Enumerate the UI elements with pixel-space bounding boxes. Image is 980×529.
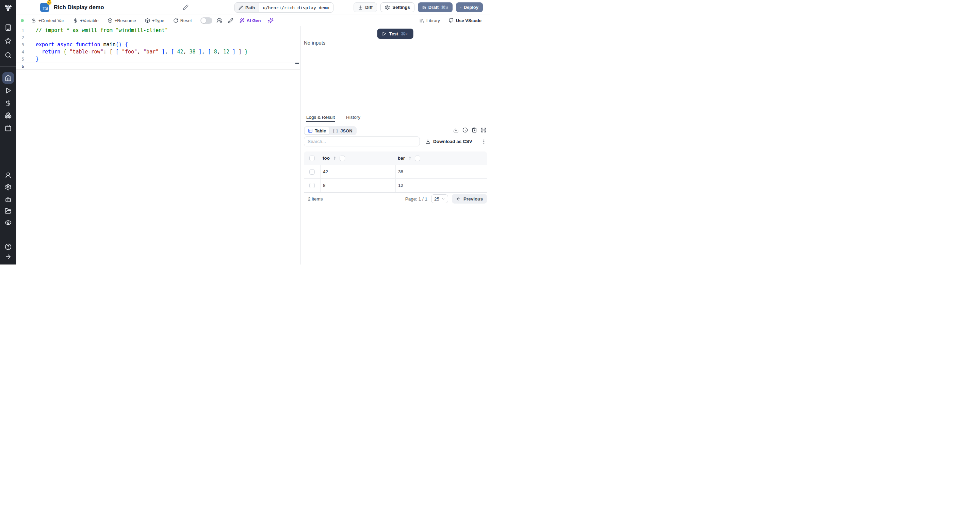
search-input[interactable] — [304, 137, 420, 147]
library-button[interactable]: Library — [419, 18, 440, 23]
save-icon — [422, 5, 426, 10]
building-icon[interactable] — [5, 24, 11, 31]
code-line[interactable]: 4 return { "table-row": [ [ "foo", "bar"… — [16, 48, 300, 56]
code-text: return { "table-row": [ [ "foo", "bar" ]… — [36, 48, 248, 56]
column-header-bar[interactable]: bar — [395, 156, 487, 161]
diff-button[interactable]: Diff — [353, 2, 377, 12]
gear-icon — [385, 5, 390, 10]
dollar-icon — [73, 18, 78, 23]
table-controls: Download as CSV — [304, 137, 487, 147]
sort-icon[interactable] — [408, 156, 412, 160]
library-icon — [419, 18, 424, 23]
format-code-icon[interactable] — [228, 18, 234, 24]
cell-value: 38 — [398, 169, 403, 174]
schedules-icon[interactable] — [5, 124, 11, 131]
view-table-button[interactable]: Table — [305, 127, 329, 134]
row-checkbox[interactable] — [309, 169, 315, 175]
table-row[interactable]: 4238 — [304, 165, 487, 179]
robot-icon[interactable] — [5, 196, 11, 203]
collapse-sidebar-icon[interactable] — [5, 253, 11, 260]
download-icon — [425, 139, 430, 144]
add-resource-button[interactable]: +Resource — [108, 18, 136, 23]
user-icon[interactable] — [5, 172, 11, 179]
add-context-var-button[interactable]: +Context Var — [31, 18, 64, 23]
edit-summary-icon[interactable] — [183, 5, 189, 10]
code-line[interactable]: 5} — [16, 56, 300, 63]
draft-button[interactable]: Draft ⌘S — [418, 2, 453, 12]
view-json-button[interactable]: { } JSON — [329, 127, 356, 134]
variables-icon[interactable] — [5, 100, 11, 107]
view-table-label: Table — [315, 128, 326, 134]
deploy-button[interactable]: Deploy — [456, 2, 483, 12]
line-number: 3 — [16, 42, 36, 47]
reset-button[interactable]: Reset — [173, 18, 192, 23]
line-number: 6 — [16, 64, 36, 69]
line-number: 5 — [16, 56, 36, 62]
code-line[interactable]: 3export async function main() { — [16, 41, 300, 48]
download-icon[interactable] — [453, 127, 459, 133]
use-vscode-button[interactable]: Use VScode — [449, 18, 482, 23]
previous-page-button[interactable]: Previous — [452, 194, 487, 204]
tab-logs-result[interactable]: Logs & Result — [306, 113, 335, 122]
info-icon[interactable] — [463, 127, 468, 133]
pencil-icon — [239, 5, 243, 10]
code-text: } — [36, 56, 39, 63]
cell-value: 12 — [398, 183, 403, 188]
column-header-foo[interactable]: foo — [320, 156, 395, 161]
search-icon[interactable] — [5, 52, 11, 59]
row-checkbox[interactable] — [309, 183, 315, 188]
download-csv-button[interactable]: Download as CSV — [425, 139, 472, 144]
play-icon — [382, 31, 386, 36]
test-button[interactable]: Test ⌘↵ — [377, 29, 414, 39]
add-context-var-label: +Context Var — [38, 18, 64, 23]
help-icon[interactable] — [5, 244, 11, 250]
add-type-button[interactable]: +Type — [145, 18, 164, 23]
path-button[interactable]: Path u/henri/rich_display_demo — [234, 2, 334, 13]
settings-button[interactable]: Settings — [380, 2, 414, 12]
resources-icon[interactable] — [5, 112, 11, 119]
result-tabs: Logs & Result History — [301, 113, 490, 122]
eye-icon[interactable] — [5, 219, 11, 226]
sparkles-icon[interactable] — [268, 18, 274, 24]
expand-icon[interactable] — [481, 127, 486, 133]
view-toggle: Table { } JSON — [304, 126, 356, 135]
code-line[interactable]: 6 — [16, 63, 300, 70]
package-icon — [145, 18, 150, 23]
collaborators-icon[interactable] — [216, 18, 222, 24]
tab-history[interactable]: History — [346, 113, 360, 122]
header: TS 👶 Rich Display demo Path u/henri/rich… — [16, 0, 490, 15]
line-number: 1 — [16, 28, 36, 33]
sidebar-divider — [0, 15, 16, 15]
select-all-checkbox[interactable] — [309, 156, 315, 161]
line-number: 2 — [16, 35, 36, 40]
assistant-toggle[interactable] — [200, 18, 212, 24]
sort-icon[interactable] — [332, 156, 337, 160]
code-line[interactable]: 1// import * as wmill from "windmill-cli… — [16, 27, 300, 34]
braces-icon: { } — [333, 128, 338, 133]
star-icon[interactable] — [5, 37, 11, 44]
table-row[interactable]: 812 — [304, 179, 487, 192]
page-indicator: Page: 1 / 1 — [405, 196, 427, 202]
page-title: Rich Display demo — [54, 4, 104, 11]
code-editor[interactable]: 1// import * as wmill from "windmill-cli… — [16, 26, 300, 264]
folder-icon[interactable] — [5, 208, 11, 215]
runs-icon[interactable] — [5, 87, 11, 94]
table-icon — [308, 128, 313, 133]
download-csv-label: Download as CSV — [433, 139, 472, 144]
github-icon — [449, 18, 454, 23]
column-label: bar — [398, 156, 405, 161]
gear-icon[interactable] — [5, 184, 11, 191]
column-filter-checkbox[interactable] — [340, 156, 345, 161]
add-variable-button[interactable]: +Variable — [73, 18, 98, 23]
more-options-icon[interactable] — [481, 139, 487, 144]
code-text: // import * as wmill from "windmill-clie… — [36, 27, 168, 34]
windmill-logo[interactable] — [3, 3, 13, 12]
overview-ruler-cursor — [295, 63, 299, 64]
column-filter-checkbox[interactable] — [415, 156, 420, 161]
page-size-select[interactable]: 25 — [431, 194, 448, 203]
ai-gen-button[interactable]: AI Gen — [240, 18, 261, 23]
header-checkbox-cell — [304, 156, 320, 161]
code-line[interactable]: 2 — [16, 34, 300, 41]
clipboard-copy-icon[interactable] — [472, 127, 477, 133]
sidebar-item-home[interactable] — [2, 72, 14, 84]
